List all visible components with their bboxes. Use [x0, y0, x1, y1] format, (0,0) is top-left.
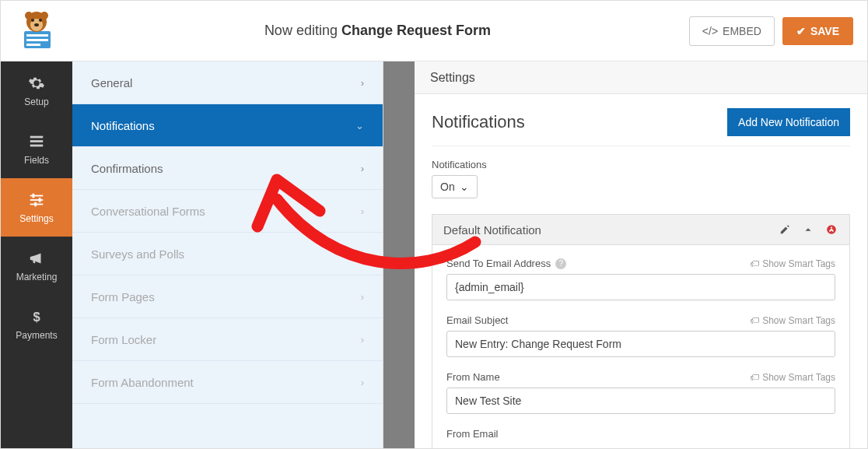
- embed-label: EMBED: [723, 25, 761, 37]
- svg-point-9: [39, 19, 42, 22]
- svg-rect-3: [26, 44, 40, 46]
- tag-icon: 🏷: [750, 258, 759, 269]
- settings-panel: General› Notifications⌄ Confirmations› C…: [72, 61, 383, 449]
- send-to-input[interactable]: [446, 274, 835, 300]
- send-to-label: Send To Email Address?: [446, 258, 566, 269]
- svg-text:$: $: [33, 309, 40, 323]
- svg-rect-14: [30, 195, 44, 196]
- svg-rect-17: [33, 193, 35, 198]
- chevron-down-icon: ⌄: [355, 120, 364, 132]
- edit-icon[interactable]: [778, 223, 792, 237]
- nav-settings[interactable]: Settings: [1, 178, 72, 237]
- gear-icon: [28, 75, 45, 92]
- chevron-right-icon: ›: [361, 377, 364, 388]
- save-label: SAVE: [810, 25, 839, 37]
- add-notification-button[interactable]: Add New Notification: [727, 108, 850, 136]
- svg-point-5: [25, 12, 33, 19]
- settings-item-formpages[interactable]: Form Pages›: [72, 275, 383, 318]
- settings-item-confirmations[interactable]: Confirmations›: [72, 147, 383, 190]
- svg-rect-2: [26, 39, 48, 41]
- svg-rect-13: [30, 144, 44, 146]
- notification-card: Default Notification Send To Email Addre…: [432, 214, 850, 449]
- nav-marketing[interactable]: Marketing: [1, 237, 72, 295]
- nav-fields[interactable]: Fields: [1, 120, 72, 178]
- tag-icon: 🏷: [750, 315, 759, 326]
- svg-point-10: [34, 23, 39, 26]
- toggle-label: Notifications: [432, 159, 850, 170]
- svg-rect-11: [30, 135, 44, 138]
- from-email-label: From Email: [446, 428, 498, 440]
- svg-rect-1: [26, 34, 48, 37]
- collapse-icon[interactable]: [801, 223, 815, 237]
- subject-input[interactable]: [446, 331, 835, 357]
- settings-list[interactable]: General› Notifications⌄ Confirmations› C…: [72, 61, 383, 449]
- svg-rect-18: [39, 198, 41, 202]
- svg-rect-15: [30, 199, 44, 201]
- list-icon: [28, 133, 45, 150]
- main-body: Notifications Add New Notification Notif…: [415, 94, 867, 449]
- form-name: Change Request Form: [341, 23, 491, 38]
- main-header: Settings: [415, 61, 867, 94]
- chevron-right-icon: ›: [361, 163, 364, 174]
- editing-prefix: Now editing: [264, 23, 341, 38]
- chevron-right-icon: ›: [361, 334, 364, 346]
- settings-item-notifications[interactable]: Notifications⌄: [72, 104, 383, 147]
- sliders-icon: [28, 191, 45, 209]
- smart-tags-link[interactable]: 🏷Show Smart Tags: [750, 258, 835, 269]
- nav-payments[interactable]: $ Payments: [1, 295, 72, 353]
- chevron-right-icon: ›: [361, 205, 364, 217]
- settings-item-general[interactable]: General›: [72, 61, 383, 104]
- notification-card-header: Default Notification: [432, 215, 849, 245]
- svg-rect-19: [34, 202, 37, 206]
- panel-divider: [383, 61, 415, 449]
- dollar-icon: $: [28, 308, 45, 325]
- check-icon: ✔: [796, 25, 806, 37]
- svg-point-8: [31, 19, 34, 22]
- settings-item-abandonment[interactable]: Form Abandonment›: [72, 361, 383, 404]
- bullhorn-icon: [28, 250, 45, 267]
- from-name-label: From Name: [446, 371, 500, 383]
- top-bar: Now editing Change Request Form </> EMBE…: [1, 1, 867, 61]
- chevron-right-icon: ›: [361, 77, 364, 89]
- help-icon[interactable]: ?: [555, 258, 566, 269]
- code-icon: </>: [702, 25, 718, 37]
- chevron-down-icon: ⌄: [460, 181, 469, 193]
- card-title: Default Notification: [443, 223, 768, 237]
- settings-item-surveys[interactable]: Surveys and Polls›: [72, 233, 383, 275]
- from-name-input[interactable]: [446, 388, 835, 414]
- app-logo: [15, 9, 58, 53]
- page-title: Now editing Change Request Form: [66, 23, 689, 39]
- svg-point-6: [40, 12, 48, 19]
- notifications-toggle[interactable]: On ⌄: [432, 175, 478, 198]
- smart-tags-link[interactable]: 🏷Show Smart Tags: [750, 372, 835, 383]
- chevron-right-icon: ›: [361, 291, 364, 303]
- save-button[interactable]: ✔ SAVE: [782, 17, 853, 45]
- tag-icon: 🏷: [750, 372, 759, 383]
- subject-label: Email Subject: [446, 314, 508, 326]
- svg-rect-22: [831, 227, 832, 229]
- svg-rect-12: [30, 140, 44, 142]
- left-nav: Setup Fields Settings Marketing $ Paymen…: [1, 61, 72, 449]
- embed-button[interactable]: </> EMBED: [689, 16, 775, 46]
- chevron-right-icon: ›: [361, 248, 364, 260]
- settings-item-conversational[interactable]: Conversational Forms›: [72, 190, 383, 233]
- main-panel: Settings Notifications Add New Notificat…: [415, 61, 867, 449]
- settings-item-formlocker[interactable]: Form Locker›: [72, 318, 383, 361]
- section-title: Notifications: [432, 112, 525, 132]
- nav-setup[interactable]: Setup: [1, 61, 72, 120]
- delete-icon[interactable]: [824, 223, 838, 237]
- smart-tags-link[interactable]: 🏷Show Smart Tags: [750, 315, 835, 326]
